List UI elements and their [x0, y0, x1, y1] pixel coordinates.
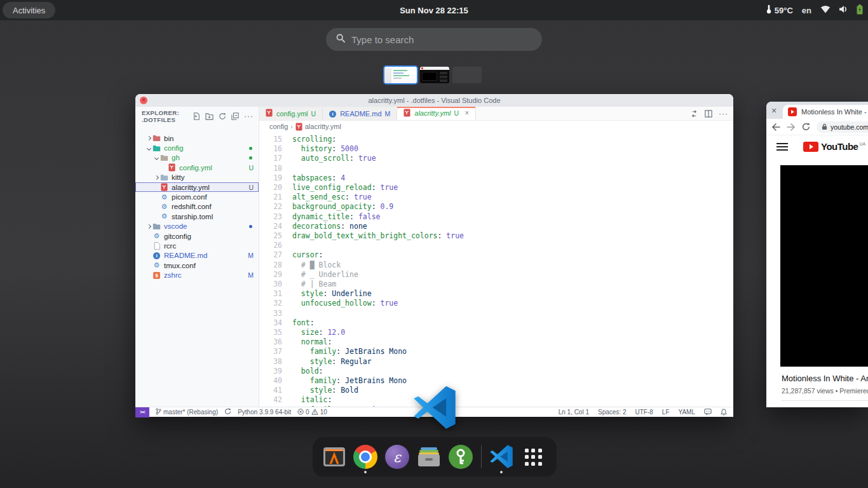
line-number: 36 — [259, 337, 282, 347]
code-editor[interactable]: 15scrolling:16 history: 500017 auto_scro… — [259, 132, 733, 407]
vscode-titlebar[interactable]: × alacritty.yml - .dotfiles - Visual Stu… — [135, 94, 733, 107]
search-placeholder: Type to search — [351, 34, 414, 45]
breadcrumb-item[interactable]: alacritty.yml — [305, 123, 341, 130]
editor-tab-bar: config.ymlUiREADME.mdMalacritty.ymlU× — [259, 107, 733, 121]
tree-item-readme-md[interactable]: iREADME.mdM — [135, 251, 259, 261]
line-number: 38 — [259, 357, 282, 367]
refresh-icon[interactable] — [219, 112, 226, 120]
line-number: 37 — [259, 347, 282, 356]
line-number: 31 — [259, 289, 282, 299]
new-folder-icon[interactable] — [205, 112, 214, 120]
tree-item-zshrc[interactable]: $zshrcM — [135, 270, 259, 280]
forward-icon[interactable] — [787, 123, 796, 131]
dock-item-alacritty[interactable] — [322, 445, 346, 469]
notifications-bell-icon[interactable] — [721, 409, 727, 416]
editor-tab-config-yml[interactable]: config.ymlU — [259, 107, 323, 120]
breadcrumb-item[interactable]: config — [269, 123, 288, 130]
sync-button[interactable] — [224, 408, 231, 416]
tree-item-alacritty-yml[interactable]: alacritty.ymlU — [135, 182, 259, 192]
feedback-icon[interactable] — [704, 409, 712, 416]
git-status-badge: M — [385, 110, 391, 118]
tree-item-redshift-conf[interactable]: ⚙redshift.conf — [135, 202, 259, 212]
tree-item-config[interactable]: config — [135, 143, 259, 152]
line-number: 42 — [259, 395, 282, 405]
line-number: 26 — [259, 241, 282, 250]
editor-tab-readme-md[interactable]: iREADME.mdM — [323, 107, 397, 120]
git-status-badge: U — [311, 110, 316, 118]
youtube-logo[interactable]: YouTube UA — [803, 142, 865, 152]
tab-close-icon[interactable]: × — [771, 105, 776, 116]
language-mode[interactable]: YAML — [679, 409, 696, 416]
clock[interactable]: Sun Nov 28 22:15 — [400, 0, 468, 20]
tree-item-config-yml[interactable]: config.ymlU — [135, 163, 259, 172]
workspace-thumbnail-2[interactable] — [420, 67, 449, 83]
open-changes-icon[interactable] — [690, 110, 698, 118]
tree-item-starship-toml[interactable]: ⚙starship.toml — [135, 212, 259, 221]
python-interpreter[interactable]: Python 3.9.9 64-bit — [238, 409, 291, 416]
encoding-setting[interactable]: UTF-8 — [635, 409, 653, 416]
dock-item-chrome[interactable] — [353, 445, 377, 469]
yaml-file-icon — [168, 163, 175, 172]
breadcrumb[interactable]: config›alacritty.yml — [259, 121, 733, 132]
vscode-window: × alacritty.yml - .dotfiles - Visual Stu… — [135, 94, 733, 417]
editor-more-actions-icon[interactable]: ··· — [719, 109, 728, 118]
tree-item-kitty[interactable]: kitty — [135, 173, 259, 182]
address-bar[interactable]: youtube.com/wa — [817, 121, 868, 133]
new-file-icon[interactable] — [193, 112, 200, 120]
tab-close-icon[interactable]: × — [465, 109, 469, 118]
gnome-overview: Activities Sun Nov 28 22:15 59°C en — [0, 0, 868, 488]
eol-setting[interactable]: LF — [662, 409, 670, 416]
dock-item-emacs[interactable]: ε — [385, 445, 409, 469]
dock-item-keepassxc[interactable] — [449, 445, 473, 469]
code-line: 21alt_send_esc: true — [259, 193, 733, 202]
tree-item-vscode[interactable]: vscode — [135, 222, 259, 231]
gear-file-icon: ⚙ — [154, 233, 160, 240]
search-input[interactable]: Type to search — [326, 28, 542, 51]
line-number: 21 — [259, 193, 282, 202]
cursor-position[interactable]: Ln 1, Col 1 — [559, 409, 589, 416]
remote-indicator[interactable]: >< — [135, 407, 149, 417]
system-status-area[interactable] — [820, 4, 863, 17]
battery-icon — [857, 4, 863, 17]
dock-item-app-grid[interactable] — [521, 445, 545, 469]
git-change-dot — [249, 147, 252, 150]
code-line: 40 family: JetBrains Mono — [259, 376, 733, 386]
tree-item-bin[interactable]: bin — [135, 133, 259, 143]
workspace-thumbnail-active[interactable] — [383, 65, 418, 85]
tree-item-tmux-conf[interactable]: ⚙tmux.conf — [135, 261, 259, 270]
git-status-badge: U — [454, 109, 459, 117]
running-indicator-dot — [364, 471, 367, 473]
editor-tab-alacritty-yml[interactable]: alacritty.ymlU× — [397, 107, 476, 120]
video-player[interactable] — [780, 165, 868, 367]
code-line: 30 # | Beam — [259, 280, 733, 289]
tree-item-gitconfig[interactable]: ⚙gitconfig — [135, 231, 259, 241]
dock-item-vscode[interactable] — [489, 445, 513, 469]
indentation-setting[interactable]: Spaces: 2 — [598, 409, 626, 416]
code-line: 17 auto_scroll: true — [259, 154, 733, 163]
tree-item-rcrc[interactable]: rcrc — [135, 241, 259, 250]
reload-icon[interactable] — [802, 123, 810, 131]
window-close-button[interactable]: × — [140, 97, 147, 104]
back-icon[interactable] — [771, 123, 780, 131]
chevron-right-icon — [153, 176, 160, 179]
keyboard-layout-indicator[interactable]: en — [802, 6, 811, 15]
code-line: 31 style: Underline — [259, 289, 733, 299]
problems-indicator[interactable]: 0 10 — [297, 409, 327, 416]
temperature-indicator[interactable]: 59°C — [766, 4, 793, 16]
collapse-folders-icon[interactable] — [231, 112, 239, 120]
tree-item-picom-conf[interactable]: ⚙picom.conf — [135, 192, 259, 201]
explorer-more-actions-icon[interactable]: ··· — [244, 112, 254, 121]
split-editor-icon[interactable] — [705, 110, 712, 118]
git-branch-status[interactable]: master* (Rebasing) — [156, 408, 218, 416]
code-line: 26 — [259, 241, 733, 250]
activities-button[interactable]: Activities — [3, 2, 55, 18]
sync-icon — [224, 408, 231, 416]
info-file-icon: i — [329, 111, 336, 118]
tree-item-gh[interactable]: gh — [135, 153, 259, 163]
dock-item-files[interactable] — [417, 445, 441, 469]
workspace-thumbnail-empty[interactable] — [452, 67, 482, 83]
hamburger-menu-icon[interactable] — [776, 141, 788, 152]
line-number: 34 — [259, 318, 282, 328]
line-number: 15 — [259, 135, 282, 144]
browser-tab[interactable]: Motionless In White - — [783, 105, 868, 119]
